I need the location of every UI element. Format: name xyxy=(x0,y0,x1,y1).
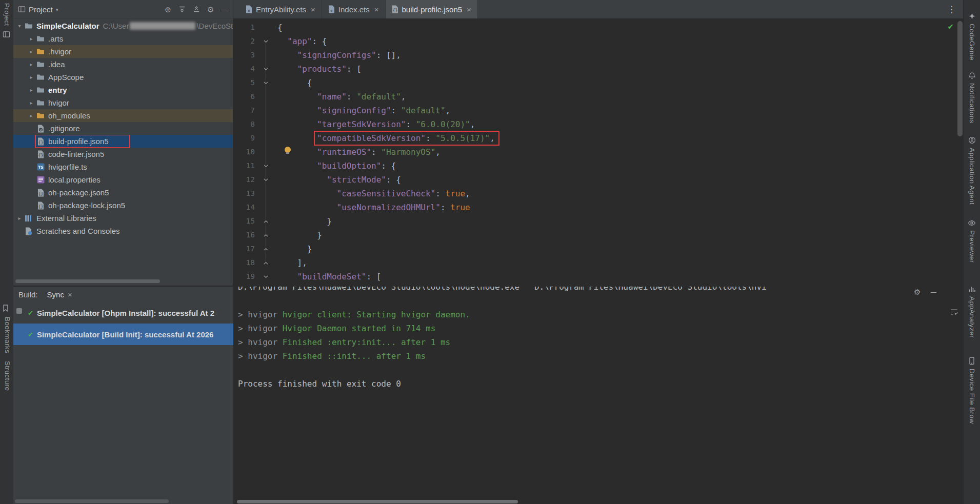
build-row-simplecalculator-ohpm-install-successful[interactable]: ✔SimpleCalculator [Ohpm Install]: succes… xyxy=(26,305,233,320)
bell-icon xyxy=(968,72,976,79)
tool-strip-label: Previewer xyxy=(968,230,976,263)
tree-item-label: hvigor xyxy=(48,98,69,107)
tree-item-arts[interactable]: ▸.arts xyxy=(13,32,233,45)
tree-item-gitignore[interactable]: .gitignore xyxy=(13,122,233,135)
tree-item-hvigor[interactable]: ▸hvigor xyxy=(13,96,233,109)
ts-file-icon: TS xyxy=(35,163,46,171)
chevron-collapsed-icon[interactable]: ▸ xyxy=(27,113,35,118)
tab-label: EntryAbility.ets xyxy=(256,5,306,14)
settings-gear-icon[interactable]: ⚙ xyxy=(914,288,921,296)
tree-item-appscope[interactable]: ▸AppScope xyxy=(13,71,233,84)
soft-wrap-icon[interactable] xyxy=(950,308,958,316)
tree-item-local-properties[interactable]: local.properties xyxy=(13,173,233,186)
tool-strip-bookmarks[interactable]: Bookmarks xyxy=(4,317,11,353)
project-panel: Project ▾ ⊕ ⚙ ─ ▾SimpleCalculatorC:\User… xyxy=(13,0,233,286)
inspection-check-icon[interactable]: ✔ xyxy=(947,22,954,31)
filter-square-icon[interactable] xyxy=(16,308,22,314)
build-panel: Build: Sync × ✔SimpleCalculator [Ohpm In… xyxy=(13,286,963,504)
console-lines: D:\Program Files\Huawei\DevEco Studio\to… xyxy=(238,287,963,391)
annotation-box-compatible-sdk xyxy=(314,131,499,146)
tool-strip-notifications[interactable]: Notifications xyxy=(964,72,980,124)
chevron-collapsed-icon[interactable]: ▸ xyxy=(27,62,35,67)
fold-end-icon[interactable] xyxy=(255,256,276,270)
code-editor[interactable]: 1{2 "app": {3 "signingConfigs": [],4 "pr… xyxy=(233,19,963,286)
close-icon[interactable]: × xyxy=(311,5,315,14)
tool-strip-structure[interactable]: Structure xyxy=(4,361,11,391)
more-vertical-icon[interactable]: ⋮ xyxy=(940,4,963,15)
chevron-collapsed-icon[interactable]: ▸ xyxy=(27,100,35,106)
hide-panel-icon[interactable]: ─ xyxy=(221,6,227,13)
tree-item-oh-package-json5[interactable]: {}oh-package.json5 xyxy=(13,186,233,199)
chevron-expanded-icon[interactable]: ▾ xyxy=(15,23,24,29)
chevron-collapsed-icon[interactable]: ▸ xyxy=(15,215,24,221)
chevron-down-icon: ▾ xyxy=(56,7,58,12)
settings-gear-icon[interactable]: ⚙ xyxy=(207,6,214,13)
console-line: > hvigor Hvigor Daemon started in 714 ms xyxy=(238,321,963,335)
tree-item-hvigorfile-ts[interactable]: TShvigorfile.ts xyxy=(13,160,233,173)
tree-item-simplecalculator[interactable]: ▾SimpleCalculatorC:\User\DevEcoStudi xyxy=(13,19,233,32)
fold-end-icon[interactable] xyxy=(255,228,276,242)
chevron-collapsed-icon[interactable]: ▸ xyxy=(27,36,35,42)
tree-item-oh-package-lock-json5[interactable]: {}oh-package-lock.json5 xyxy=(13,199,233,212)
collapse-all-icon[interactable] xyxy=(193,6,200,13)
tab-index-ets[interactable]: eIndex.ets× xyxy=(322,0,386,18)
build-row-simplecalculator-build-init-successful-a[interactable]: ✔SimpleCalculator [Build Init]: successf… xyxy=(13,324,233,345)
tool-strip-previewer[interactable]: Previewer xyxy=(964,219,980,263)
code-text: } xyxy=(277,228,322,242)
chevron-collapsed-icon[interactable]: ▸ xyxy=(27,74,35,80)
close-icon[interactable]: × xyxy=(68,290,72,299)
tree-item-code-linter-json5[interactable]: {}code-linter.json5 xyxy=(13,148,233,160)
tree-item-build-profile-json5[interactable]: {}build-profile.json5 xyxy=(13,135,233,148)
folder-icon xyxy=(35,99,46,106)
close-icon[interactable]: × xyxy=(467,5,471,14)
fold-end-icon[interactable] xyxy=(255,214,276,228)
minimize-icon[interactable]: ─ xyxy=(931,288,936,296)
horizontal-scrollbar[interactable] xyxy=(15,499,169,503)
chevron-collapsed-icon[interactable]: ▸ xyxy=(27,49,35,54)
locate-file-icon[interactable]: ⊕ xyxy=(165,6,171,13)
tool-strip-application-agent[interactable]: Application Agent xyxy=(964,136,980,205)
build-tab-sync[interactable]: Sync × xyxy=(47,290,72,299)
tool-strip-codegenie[interactable]: CodeGenie xyxy=(964,12,980,61)
tool-strip-appanalyzer[interactable]: AppAnalyzer xyxy=(964,285,980,338)
tree-item-scratches-and-consoles[interactable]: Scratches and Consoles xyxy=(13,225,233,237)
fold-open-icon[interactable] xyxy=(255,270,276,284)
fold-open-icon[interactable] xyxy=(255,159,276,173)
tree-item-external-libraries[interactable]: ▸External Libraries xyxy=(13,212,233,225)
folder-icon xyxy=(24,23,34,29)
horizontal-scrollbar[interactable] xyxy=(237,500,518,503)
console-line: > hvigor hvigor client: Starting hvigor … xyxy=(238,308,963,321)
fold-end-icon[interactable] xyxy=(255,242,276,256)
fold-spacer xyxy=(255,131,276,145)
fold-open-icon[interactable] xyxy=(255,34,276,48)
tree-item-oh-modules[interactable]: ▸oh_modules xyxy=(13,109,233,122)
project-tool-icon[interactable] xyxy=(3,31,10,38)
scrollbar-thumb[interactable] xyxy=(957,21,963,136)
device-icon xyxy=(968,357,975,365)
fold-open-icon[interactable] xyxy=(255,62,276,76)
project-view-selector[interactable]: Project xyxy=(29,5,53,14)
code-text: } xyxy=(277,214,332,228)
tree-item-idea[interactable]: ▸.idea xyxy=(13,58,233,71)
tool-strip-label: AppAnalyzer xyxy=(968,296,976,338)
code-text: "signingConfig": "default", xyxy=(277,104,450,117)
fold-open-icon[interactable] xyxy=(255,76,276,90)
tree-item-label: .idea xyxy=(48,60,65,69)
code-line: 14 "useNormalizedOHMUrl": true xyxy=(233,200,956,214)
tree-item-entry[interactable]: ▸entry xyxy=(13,84,233,96)
fold-open-icon[interactable] xyxy=(255,173,276,187)
editor-scrollbar[interactable] xyxy=(957,20,963,285)
horizontal-scrollbar[interactable] xyxy=(15,279,160,283)
code-text: "caseSensitiveCheck": true, xyxy=(277,187,470,200)
tool-strip-project[interactable]: Project xyxy=(3,3,11,26)
bulb-icon[interactable] xyxy=(285,147,291,153)
tab-build-profile-json5[interactable]: {}build-profile.json5× xyxy=(386,0,478,18)
tool-strip-device-file-brow[interactable]: Device File Brow xyxy=(964,357,980,424)
close-icon[interactable]: × xyxy=(374,5,379,14)
expand-all-icon[interactable] xyxy=(178,6,186,13)
bookmark-icon[interactable] xyxy=(3,305,9,312)
chevron-collapsed-icon[interactable]: ▸ xyxy=(27,87,35,93)
tree-item-hvigor[interactable]: ▸.hvigor xyxy=(13,45,233,58)
build-console[interactable]: D:\Program Files\Huawei\DevEco Studio\to… xyxy=(233,287,963,504)
tab-entryability-ets[interactable]: eEntryAbility.ets× xyxy=(239,0,322,18)
